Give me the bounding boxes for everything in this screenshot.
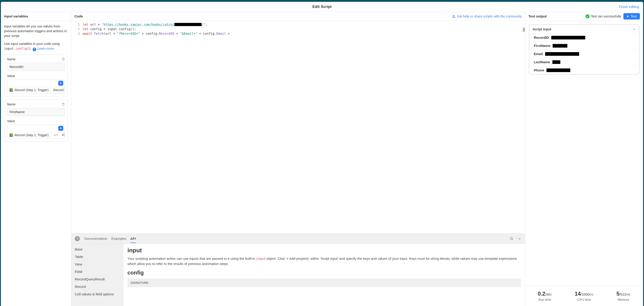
input-variables-title: Input variables: [4, 14, 28, 18]
script-input-row: LastName: [529, 58, 639, 66]
token-field[interactable]: Fir: [60, 132, 65, 138]
input-key: FirstName: [534, 44, 550, 48]
redacted-value: [551, 36, 585, 39]
redacted-value: [546, 68, 570, 72]
test-output-header: Test output ✓ Test ran successfully Test: [525, 12, 643, 21]
value-label: Value: [7, 119, 65, 123]
trash-icon[interactable]: [62, 57, 65, 61]
docs-tab-examples[interactable]: Examples: [111, 234, 126, 243]
variable-card: NameValue+Record (Step 1: Trigger)•••Fir: [4, 99, 68, 141]
code-overflow-indicator[interactable]: [523, 28, 525, 32]
code-header: Code Get help or share scripts with the …: [71, 12, 525, 21]
input-variables-header: Input variables: [1, 12, 71, 21]
metric-runtime: 0.2/30S Run time: [525, 286, 564, 306]
docs-tab-api[interactable]: API: [130, 234, 136, 243]
script-input-row: Email: [529, 50, 639, 58]
code-panel: Code Get help or share scripts with the …: [71, 12, 525, 306]
docs-panel: ? DocumentationExamplesAPI BaseTableView…: [71, 234, 525, 306]
input-key: LastName: [534, 60, 550, 64]
test-status: ✓ Test ran successfully: [586, 14, 621, 18]
redacted-value: [545, 52, 579, 56]
metric-memory: 5/512MB Memory: [604, 286, 643, 306]
name-label: Name: [7, 102, 16, 106]
learn-more-link[interactable]: Learn more: [37, 47, 54, 50]
code-content[interactable]: let url = "https://hooks.zapier.com/hook…: [82, 21, 525, 234]
signature-box: SIGNATURE: [128, 279, 521, 287]
help-text-2: Use input variables in your code using i…: [4, 41, 68, 51]
variable-name-input[interactable]: [7, 108, 65, 116]
docs-side-item[interactable]: View: [71, 261, 123, 268]
token-row: Record (Step 1: Trigger)Record: [7, 87, 65, 93]
svg-point-0: [453, 15, 454, 16]
svg-line-3: [512, 239, 513, 240]
test-output-title: Test output: [528, 14, 547, 18]
help-text-1: Input variables let you use values from …: [4, 24, 68, 38]
redacted-value: [552, 60, 560, 64]
finish-editing-link[interactable]: Finish editing: [619, 5, 639, 8]
add-token-button[interactable]: +: [58, 81, 63, 86]
input-key: RecordID: [534, 35, 549, 39]
modal-title: Edit Script: [312, 4, 332, 9]
docs-content: input Your scripting automation action c…: [123, 244, 525, 306]
code-title: Code: [74, 14, 83, 18]
search-icon[interactable]: [510, 237, 514, 241]
script-input-row: FirstName: [529, 41, 639, 50]
script-input-row: RecordID: [529, 33, 639, 41]
docs-side-item[interactable]: Record: [71, 283, 123, 290]
token-ellipsis[interactable]: •••: [51, 132, 60, 138]
variable-card: NameValue+Record (Step 1: Trigger)Record: [4, 54, 68, 96]
docs-paragraph: Your scripting automation action can use…: [128, 256, 521, 266]
token-source[interactable]: Record (Step 1: Trigger): [7, 87, 51, 93]
airtable-icon: [10, 88, 13, 92]
help-icon[interactable]: ?: [75, 236, 80, 241]
svg-marker-4: [627, 15, 629, 17]
script-input-row: Phone: [529, 66, 639, 74]
docs-sidebar: BaseTableViewFieldRecordQueryResultRecor…: [71, 244, 123, 306]
edit-script-modal: Edit Script Finish editing Input variabl…: [1, 2, 643, 306]
modal-header: Edit Script Finish editing: [1, 2, 643, 12]
token-source[interactable]: Record (Step 1: Trigger): [7, 132, 51, 138]
test-metrics: 0.2/30S Run time 14/1000MS CPU time 5/51…: [525, 286, 643, 306]
docs-side-item[interactable]: Base: [71, 246, 123, 253]
svg-point-1: [454, 15, 455, 16]
play-icon: [626, 15, 629, 18]
svg-point-2: [510, 237, 512, 239]
test-output-panel: Test output ✓ Test ran successfully Test…: [525, 12, 643, 306]
check-icon: ✓: [586, 14, 590, 18]
add-token-button[interactable]: +: [58, 126, 63, 131]
community-link[interactable]: Get help or share scripts with the commu…: [452, 14, 522, 18]
docs-tab-documentation[interactable]: Documentation: [84, 234, 107, 243]
script-input-card: Script input RecordIDFirstNameEmailLastN…: [529, 24, 640, 75]
docs-side-item[interactable]: Table: [71, 253, 123, 261]
docs-side-item[interactable]: Field: [71, 268, 123, 275]
chevron-down-icon: [632, 27, 636, 31]
line-gutter: 123: [71, 21, 82, 234]
metric-cputime: 14/1000MS CPU time: [564, 286, 604, 306]
docs-side-item[interactable]: Cell values & field options: [71, 290, 123, 298]
input-key: Email: [534, 52, 543, 56]
docs-h1: input: [128, 247, 521, 254]
code-editor[interactable]: 123 let url = "https://hooks.zapier.com/…: [71, 21, 525, 234]
docs-tabs: ? DocumentationExamplesAPI: [71, 234, 525, 244]
chevron-down-icon[interactable]: [518, 237, 521, 241]
airtable-icon: [10, 133, 13, 137]
script-input-toggle[interactable]: Script input: [529, 25, 639, 33]
value-box[interactable]: +Record (Step 1: Trigger)Record: [7, 79, 65, 93]
test-button[interactable]: Test: [623, 13, 640, 19]
docs-h2: config: [128, 270, 521, 276]
name-label: Name: [7, 57, 16, 61]
value-box[interactable]: +Record (Step 1: Trigger)•••Fir: [7, 125, 65, 138]
community-icon: [452, 15, 456, 18]
input-variables-panel: Input variables Input variables let you …: [1, 12, 71, 306]
token-row: Record (Step 1: Trigger)•••Fir: [7, 132, 65, 138]
input-key: Phone: [534, 68, 544, 72]
redacted-value: [552, 44, 567, 48]
help-icon[interactable]: ?: [33, 48, 36, 51]
token-field[interactable]: Record: [51, 87, 65, 93]
variable-name-input[interactable]: [7, 63, 65, 71]
docs-side-item[interactable]: RecordQueryResult: [71, 275, 123, 283]
value-label: Value: [7, 74, 65, 78]
trash-icon[interactable]: [62, 102, 65, 106]
redacted-url-part: [174, 23, 202, 26]
